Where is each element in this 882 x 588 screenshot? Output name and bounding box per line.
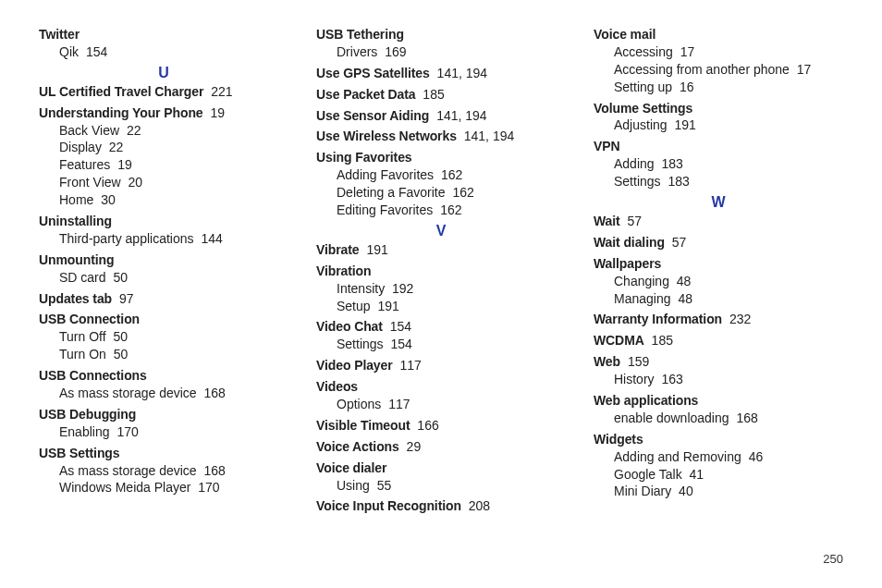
page-reference[interactable]: 191 <box>671 117 696 132</box>
index-subentry-label: Using <box>337 478 370 493</box>
page-reference[interactable]: 16 <box>676 80 693 94</box>
index-subentry-label: Setup <box>337 299 371 313</box>
page-reference[interactable]: 117 <box>397 358 422 373</box>
page-reference[interactable]: 19 <box>207 105 225 120</box>
index-subentry: Adjusting 191 <box>594 116 843 134</box>
index-subentry: Editing Favorites 162 <box>316 202 566 219</box>
page-reference[interactable]: 168 <box>733 410 758 425</box>
page-reference[interactable]: 208 <box>465 498 490 513</box>
index-term: Visible Timeout <box>316 418 410 433</box>
page-reference[interactable]: 144 <box>198 231 223 246</box>
page-reference[interactable]: 183 <box>665 174 690 189</box>
index-entry: Use Wireless Networks 141, 194 <box>316 128 566 145</box>
page-reference[interactable]: 169 <box>381 44 406 59</box>
index-term-line: Vibrate 191 <box>316 241 566 259</box>
page-reference[interactable]: 168 <box>201 386 226 400</box>
page-reference[interactable]: 17 <box>793 62 811 77</box>
page-reference[interactable]: 40 <box>675 484 692 498</box>
page-reference[interactable]: 162 <box>449 185 474 200</box>
page-reference[interactable]: 29 <box>403 439 421 454</box>
page-reference[interactable]: 166 <box>413 418 438 433</box>
page-reference[interactable]: 46 <box>745 449 763 464</box>
index-subentry-label: Features <box>59 157 110 172</box>
index-term-line: USB Debugging <box>39 406 288 423</box>
page-reference[interactable]: 170 <box>194 480 219 495</box>
page-reference[interactable]: 22 <box>105 140 123 154</box>
page-reference[interactable]: 22 <box>123 123 141 138</box>
index-term-line: Wait dialing 57 <box>594 234 843 251</box>
page-reference[interactable]: 48 <box>675 291 692 306</box>
page-reference[interactable]: 117 <box>385 397 410 411</box>
index-term-line: Visible Timeout 166 <box>316 417 566 435</box>
index-term-line: UL Certified Travel Charger 221 <box>39 83 288 101</box>
index-term: Voice Actions <box>316 439 399 454</box>
page-reference[interactable]: 185 <box>648 333 673 348</box>
index-subentry: Settings 183 <box>594 173 843 190</box>
page-reference[interactable]: 41 <box>686 467 704 482</box>
index-term: Web <box>594 354 620 369</box>
index-term-line: Voice mail <box>594 26 843 43</box>
index-subentry: Turn On 50 <box>39 346 288 363</box>
page-reference[interactable]: 57 <box>624 214 642 228</box>
page-reference[interactable]: 30 <box>97 192 115 207</box>
page-reference[interactable]: 162 <box>436 202 461 217</box>
index-letter: W <box>594 194 843 211</box>
page-reference[interactable]: 154 <box>82 44 107 59</box>
index-subentry: Google Talk 41 <box>594 466 843 484</box>
page-reference[interactable]: 168 <box>201 463 226 478</box>
page-number: 250 <box>823 552 843 566</box>
index-subentry-label: Adding Favorites <box>337 167 434 182</box>
page-reference[interactable]: 141, 194 <box>460 129 514 143</box>
page-reference[interactable]: 50 <box>110 270 128 285</box>
index-subentry-label: Adjusting <box>614 117 668 132</box>
index-term: Vibrate <box>316 242 360 257</box>
index-entry: Voice Input Recognition 208 <box>316 497 566 515</box>
index-entry: Understanding Your Phone 19Back View 22D… <box>39 104 288 209</box>
page-reference[interactable]: 57 <box>668 235 686 250</box>
page-reference[interactable]: 183 <box>658 156 683 171</box>
page-reference[interactable]: 50 <box>110 347 128 361</box>
index-term: Use Sensor Aiding <box>316 108 429 123</box>
index-term-line: Uninstalling <box>39 213 288 230</box>
index-subentry-label: Intensity <box>337 281 385 296</box>
page-reference[interactable]: 232 <box>726 312 751 326</box>
page-reference[interactable]: 141, 194 <box>434 66 487 80</box>
index-subentry-label: Settings <box>337 337 384 351</box>
page-reference[interactable]: 191 <box>374 299 399 313</box>
page-reference[interactable]: 97 <box>116 291 133 306</box>
index-subentry-label: Turn On <box>59 347 106 361</box>
page-reference[interactable]: 191 <box>363 242 388 257</box>
index-term-line: Voice Input Recognition 208 <box>316 497 566 515</box>
index-subentry: Managing 48 <box>594 290 843 308</box>
index-entry: VideosOptions 117 <box>316 378 566 413</box>
page-reference[interactable]: 185 <box>419 87 444 102</box>
page-reference[interactable]: 48 <box>673 274 691 288</box>
page-reference[interactable]: 170 <box>114 424 139 439</box>
page-reference[interactable]: 19 <box>114 157 131 172</box>
index-term-line: USB Connections <box>39 367 288 385</box>
index-entry: Wait dialing 57 <box>594 234 843 251</box>
page-reference[interactable]: 55 <box>374 478 391 493</box>
page-reference[interactable]: 154 <box>387 337 412 351</box>
page-reference[interactable]: 141, 194 <box>433 108 486 123</box>
page-reference[interactable]: 50 <box>110 329 128 344</box>
page-reference[interactable]: 159 <box>624 354 649 369</box>
index-term: Web applications <box>594 393 698 408</box>
index-subentry-label: Adding and Removing <box>614 449 741 464</box>
index-term: Warranty Information <box>594 312 722 326</box>
page-reference[interactable]: 154 <box>386 319 411 334</box>
page-reference[interactable]: 20 <box>125 175 142 190</box>
index-entry: Vibrate 191 <box>316 241 566 259</box>
index-subentry-label: SD card <box>59 270 106 285</box>
page-reference[interactable]: 163 <box>658 372 683 386</box>
index-entry: Wait 57 <box>594 213 843 230</box>
page-reference[interactable]: 221 <box>207 84 232 99</box>
page-reference[interactable]: 17 <box>677 44 694 59</box>
index-term: USB Settings <box>39 446 119 460</box>
page-reference[interactable]: 192 <box>388 281 413 296</box>
index-subentry-label: Settings <box>614 174 661 189</box>
index-subentry-label: Home <box>59 192 93 207</box>
index-term-line: Using Favorites <box>316 149 566 166</box>
index-entry: Use GPS Satellites 141, 194 <box>316 65 566 82</box>
page-reference[interactable]: 162 <box>437 167 462 182</box>
